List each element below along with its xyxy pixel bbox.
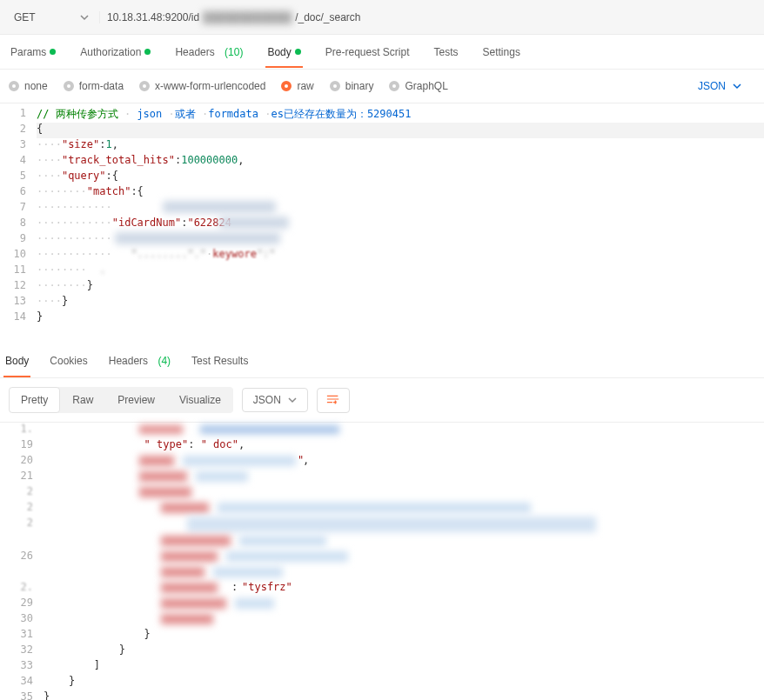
response-body-viewer[interactable]: 1. 19 " type": " doc", 20", 21 2 2 2 26 …	[0, 422, 764, 700]
bodytype-raw[interactable]: raw	[281, 80, 313, 92]
bodytype-binary[interactable]: binary	[330, 80, 374, 92]
request-body-editor[interactable]: 1// 两种传参方式 · json ·或者 ·formdata ·es已经存在数…	[0, 103, 764, 326]
view-mode-segmented: Pretty Raw Preview Visualize	[9, 387, 233, 413]
url-redacted: ████████████	[203, 11, 292, 23]
tab-authorization[interactable]: Authorization	[78, 46, 152, 58]
wrap-lines-button[interactable]	[317, 388, 350, 413]
status-dot	[50, 49, 56, 55]
response-tab-testresults[interactable]: Test Results	[190, 355, 250, 367]
response-tab-body[interactable]: Body	[3, 355, 30, 367]
view-preview[interactable]: Preview	[105, 387, 167, 413]
wrap-icon	[326, 394, 340, 404]
tab-params[interactable]: Params	[9, 46, 57, 58]
radio-icon	[330, 81, 340, 91]
radio-icon	[389, 81, 399, 91]
http-method-select[interactable]: GET	[0, 11, 100, 23]
status-dot	[144, 49, 151, 55]
view-raw[interactable]: Raw	[60, 387, 105, 413]
url-suffix: /_doc/_search	[295, 11, 360, 23]
url-input[interactable]: 10.18.31.48:9200/id ████████████ /_doc/_…	[100, 11, 764, 23]
tab-settings[interactable]: Settings	[481, 46, 522, 58]
bodytype-urlencoded[interactable]: x-www-form-urlencoded	[139, 80, 265, 92]
status-dot	[295, 49, 301, 55]
response-language-select[interactable]: JSON	[242, 388, 308, 412]
radio-icon	[139, 81, 150, 91]
body-language-select[interactable]: JSON	[698, 80, 755, 92]
url-host-path: 10.18.31.48:9200/id	[107, 11, 199, 23]
tab-prerequest[interactable]: Pre-request Script	[324, 46, 412, 58]
bodytype-none[interactable]: none	[9, 80, 48, 92]
radio-icon	[9, 81, 19, 91]
radio-icon	[64, 81, 74, 91]
bodytype-graphql[interactable]: GraphQL	[389, 80, 447, 92]
bodytype-formdata[interactable]: form-data	[64, 80, 124, 92]
response-tab-headers[interactable]: Headers (4)	[107, 355, 172, 367]
response-tab-cookies[interactable]: Cookies	[48, 355, 89, 367]
view-visualize[interactable]: Visualize	[167, 387, 233, 413]
chevron-down-icon	[288, 396, 297, 404]
view-pretty[interactable]: Pretty	[9, 387, 60, 413]
chevron-down-icon	[733, 82, 741, 90]
chevron-down-icon	[80, 13, 89, 22]
tab-tests[interactable]: Tests	[432, 46, 460, 58]
tab-headers[interactable]: Headers (10)	[173, 46, 245, 58]
radio-icon	[281, 81, 292, 91]
http-method-label: GET	[14, 11, 36, 23]
tab-body[interactable]: Body	[265, 46, 302, 58]
